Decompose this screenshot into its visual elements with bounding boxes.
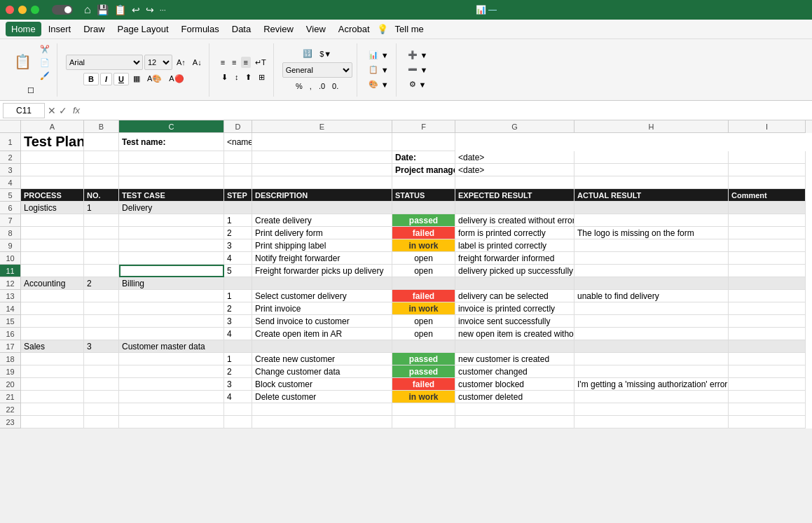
cell-col-i-22[interactable] bbox=[729, 403, 806, 416]
cell-col-c-7[interactable] bbox=[119, 214, 224, 227]
cell-col-e-16[interactable]: Create open item in AR bbox=[252, 328, 392, 340]
cell-col-c-1[interactable]: Test name: bbox=[119, 133, 224, 151]
cell-col-a-13[interactable] bbox=[21, 290, 84, 302]
cell-col-f-1[interactable] bbox=[392, 133, 455, 151]
cell-col-b-8[interactable] bbox=[84, 227, 119, 239]
cell-col-d-14[interactable]: 2 bbox=[224, 302, 252, 315]
cell-col-c-23[interactable] bbox=[119, 416, 224, 428]
comma-button[interactable]: , bbox=[307, 81, 315, 92]
cell-col-f-16[interactable]: open bbox=[392, 328, 455, 340]
cell-col-b-6[interactable]: 1 bbox=[84, 202, 119, 214]
conditional-formatting-button[interactable]: 📊 ▼ bbox=[366, 49, 392, 61]
cell-col-f-7[interactable]: passed bbox=[392, 214, 455, 227]
cancel-formula-icon[interactable]: ✕ bbox=[48, 105, 56, 116]
cell-col-b-12[interactable]: 2 bbox=[84, 277, 119, 290]
cell-col-i-6[interactable] bbox=[729, 202, 806, 214]
window-controls[interactable] bbox=[6, 6, 39, 14]
cell-col-d-15[interactable]: 3 bbox=[224, 315, 252, 328]
cell-col-d-12[interactable] bbox=[224, 277, 252, 290]
cell-col-a-3[interactable] bbox=[21, 164, 84, 176]
maximize-button[interactable] bbox=[31, 6, 39, 14]
cell-col-d-3[interactable] bbox=[224, 164, 252, 176]
cell-col-d-9[interactable]: 3 bbox=[224, 239, 252, 252]
cell-col-a-10[interactable] bbox=[21, 252, 84, 265]
cell-col-g-23[interactable] bbox=[455, 416, 574, 428]
cell-col-f-23[interactable] bbox=[392, 416, 455, 428]
cell-col-h-10[interactable] bbox=[574, 252, 729, 265]
cell-col-g-13[interactable]: delivery can be selected bbox=[455, 290, 574, 302]
cell-col-a-6[interactable]: Logistics bbox=[21, 202, 84, 214]
cell-col-h-13[interactable]: unable to find delivery bbox=[574, 290, 729, 302]
cell-col-b-20[interactable] bbox=[84, 378, 119, 391]
cell-col-b-18[interactable] bbox=[84, 353, 119, 365]
cell-col-d-23[interactable] bbox=[224, 416, 252, 428]
cell-col-f-3[interactable]: Project manager: bbox=[392, 164, 455, 176]
cell-col-a-20[interactable] bbox=[21, 378, 84, 391]
col-header-h[interactable]: H bbox=[574, 120, 729, 133]
cell-col-a-22[interactable] bbox=[21, 403, 84, 416]
col-header-c[interactable]: C bbox=[119, 120, 224, 133]
cell-col-i-4[interactable] bbox=[729, 176, 806, 189]
cell-col-g-11[interactable]: delivery picked up successfully bbox=[455, 265, 574, 277]
cell-col-h-19[interactable] bbox=[574, 365, 729, 378]
cell-col-g-20[interactable]: customer blocked bbox=[455, 378, 574, 391]
align-right-button[interactable]: ≡ bbox=[241, 57, 251, 68]
increase-font-button[interactable]: A↑ bbox=[174, 57, 188, 68]
cell-col-b-5[interactable]: NO. bbox=[84, 189, 119, 202]
cell-col-a-18[interactable] bbox=[21, 353, 84, 365]
cell-col-i-13[interactable] bbox=[729, 290, 806, 302]
cell-col-g-17[interactable] bbox=[455, 340, 574, 353]
menu-home[interactable]: Home bbox=[6, 22, 41, 36]
cell-col-f-12[interactable] bbox=[392, 277, 455, 290]
cell-col-e-8[interactable]: Print delivery form bbox=[252, 227, 392, 239]
cell-col-i-14[interactable] bbox=[729, 302, 806, 315]
cell-col-b-3[interactable] bbox=[84, 164, 119, 176]
cell-col-h-22[interactable] bbox=[574, 403, 729, 416]
fill-color-button[interactable]: A🎨 bbox=[144, 73, 165, 85]
cell-col-e-15[interactable]: Send invoice to customer bbox=[252, 315, 392, 328]
cell-col-e-2[interactable] bbox=[252, 151, 392, 164]
cell-col-h-6[interactable] bbox=[574, 202, 729, 214]
cell-col-h-14[interactable] bbox=[574, 302, 729, 315]
cell-col-e-1[interactable] bbox=[252, 133, 392, 151]
cell-col-b-15[interactable] bbox=[84, 315, 119, 328]
menu-draw[interactable]: Draw bbox=[78, 22, 110, 36]
close-button[interactable] bbox=[6, 6, 14, 14]
cell-col-c-21[interactable] bbox=[119, 391, 224, 403]
cell-col-c-19[interactable] bbox=[119, 365, 224, 378]
cell-col-c-11[interactable] bbox=[119, 265, 224, 277]
cell-col-c-13[interactable] bbox=[119, 290, 224, 302]
align-middle-button[interactable]: ↕ bbox=[232, 71, 242, 83]
format-as-table-button[interactable]: 📋 ▼ bbox=[366, 64, 392, 76]
cell-col-g-4[interactable] bbox=[455, 176, 574, 189]
cell-col-f-6[interactable] bbox=[392, 202, 455, 214]
cell-col-f-14[interactable]: in work bbox=[392, 302, 455, 315]
underline-button[interactable]: U bbox=[113, 73, 129, 85]
cell-col-a-23[interactable] bbox=[21, 416, 84, 428]
cell-col-e-23[interactable] bbox=[252, 416, 392, 428]
wrap-text-button[interactable]: ↵T bbox=[252, 57, 269, 69]
print-button[interactable]: ☐ bbox=[25, 85, 39, 97]
cell-col-d-5[interactable]: STEP bbox=[224, 189, 252, 202]
cell-col-c-18[interactable] bbox=[119, 353, 224, 365]
cell-col-i-7[interactable] bbox=[729, 214, 806, 227]
cell-col-e-13[interactable]: Select customer delivery bbox=[252, 290, 392, 302]
cell-col-a-11[interactable] bbox=[21, 265, 84, 277]
italic-button[interactable]: I bbox=[100, 73, 112, 85]
cell-col-i-5[interactable]: Comment bbox=[729, 189, 806, 202]
decrease-decimal-button[interactable]: 0. bbox=[329, 81, 341, 92]
cell-col-d-10[interactable]: 4 bbox=[224, 252, 252, 265]
paste-button[interactable]: 📋 bbox=[10, 52, 36, 73]
col-header-a[interactable]: A bbox=[21, 120, 84, 133]
col-header-f[interactable]: F bbox=[392, 120, 455, 133]
cell-col-g-22[interactable] bbox=[455, 403, 574, 416]
cell-col-f-8[interactable]: failed bbox=[392, 227, 455, 239]
cell-col-g-14[interactable]: invoice is printed correctly bbox=[455, 302, 574, 315]
cell-col-g-8[interactable]: form is printed correctly bbox=[455, 227, 574, 239]
cell-col-a-1[interactable]: Test Plan Template bbox=[21, 133, 84, 151]
cell-col-g-15[interactable]: invoice sent successfully bbox=[455, 315, 574, 328]
cell-col-g-9[interactable]: label is printed correctly bbox=[455, 239, 574, 252]
borders-button[interactable]: ▦ bbox=[130, 73, 143, 85]
cell-col-i-15[interactable] bbox=[729, 315, 806, 328]
cell-col-i-21[interactable] bbox=[729, 391, 806, 403]
